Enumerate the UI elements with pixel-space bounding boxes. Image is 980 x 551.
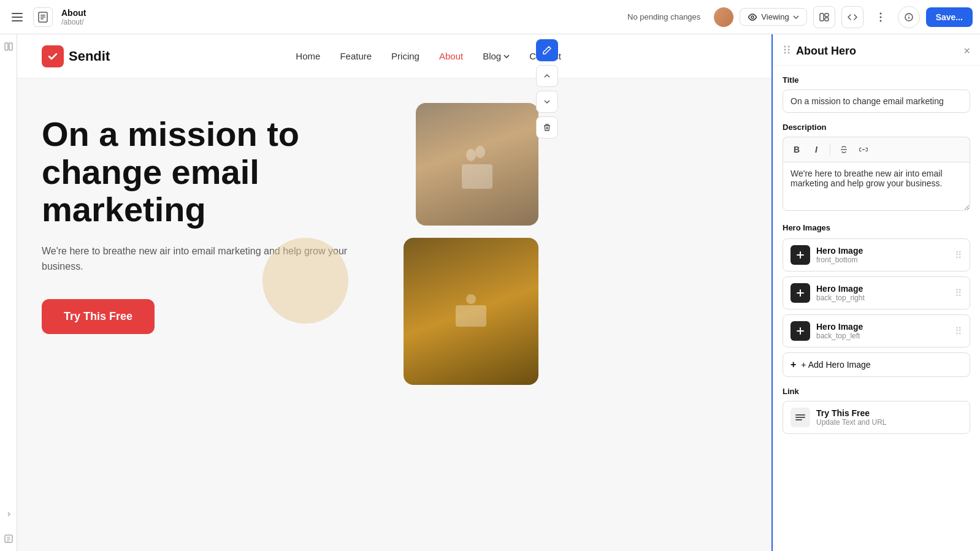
page-info: About /about/ — [61, 8, 86, 26]
link-sub: Update Text and URL — [816, 418, 962, 427]
more-options-button[interactable] — [870, 6, 892, 28]
edit-mode-button[interactable] — [536, 39, 558, 61]
nav-links: Home Feature Pricing About Blog Contact — [296, 51, 561, 61]
svg-rect-34 — [795, 414, 805, 416]
svg-rect-21 — [7, 539, 10, 539]
svg-rect-1 — [12, 17, 23, 18]
hero-image-add-1[interactable] — [791, 245, 810, 265]
link-icon-box — [791, 408, 810, 427]
hero-title: On a mission to change email marketing — [42, 115, 348, 229]
link-info: Try This Free Update Text and URL — [816, 408, 962, 427]
menu-icon[interactable] — [7, 7, 27, 27]
hero-image-info-1: Hero Image front_bottom — [816, 246, 949, 264]
hero-cta-button[interactable]: Try This Free — [42, 299, 155, 334]
hero-image-item-3: Hero Image back_top_left ⠿ — [783, 314, 970, 348]
document-icon[interactable] — [33, 7, 53, 27]
svg-point-31 — [788, 49, 790, 51]
sidebar-toggle[interactable] — [1, 39, 16, 54]
svg-rect-5 — [40, 17, 45, 18]
hero-image-top — [416, 103, 538, 226]
link-name: Try This Free — [816, 408, 962, 418]
hero-image-sub-3: back_top_left — [816, 332, 949, 340]
description-textarea[interactable] — [783, 162, 970, 211]
hero-images-container — [404, 103, 563, 385]
link-item: Try This Free Update Text and URL — [783, 401, 970, 434]
title-field-label: Title — [783, 75, 970, 85]
title-input[interactable] — [783, 89, 970, 113]
svg-point-7 — [751, 16, 754, 18]
svg-point-16 — [908, 15, 909, 16]
hero-image-item-2: Hero Image back_top_right ⠿ — [783, 276, 970, 310]
save-button[interactable]: Save... — [926, 7, 973, 27]
hero-image-add-2[interactable] — [791, 283, 810, 303]
nav-link-blog[interactable]: Blog — [483, 51, 510, 61]
panel-close-button[interactable]: × — [963, 45, 970, 58]
link-label: Link — [783, 387, 970, 396]
svg-rect-2 — [12, 20, 23, 21]
canvas-area: Sendit Home Feature Pricing About Blog C… — [17, 34, 771, 551]
logo: Sendit — [42, 45, 110, 67]
panel-title: About Hero — [796, 45, 856, 58]
website-preview: Sendit Home Feature Pricing About Blog C… — [17, 34, 771, 551]
svg-rect-0 — [12, 13, 23, 14]
logo-icon — [42, 45, 64, 67]
hero-image-item-1: Hero Image front_bottom ⠿ — [783, 238, 970, 272]
hero-image-name-1: Hero Image — [816, 246, 949, 256]
hero-image-drag-3[interactable]: ⠿ — [955, 325, 962, 337]
svg-rect-36 — [795, 419, 802, 420]
nav-link-home[interactable]: Home — [296, 51, 320, 61]
left-sidebar — [0, 34, 17, 551]
svg-rect-25 — [462, 164, 492, 189]
layout-icon-button[interactable] — [813, 6, 835, 28]
sidebar-arrow[interactable] — [1, 507, 16, 522]
nav-link-feature[interactable]: Feature — [340, 51, 372, 61]
delete-section-button[interactable] — [536, 116, 558, 139]
hero-image-sub-1: front_bottom — [816, 256, 949, 264]
move-down-button[interactable] — [536, 91, 558, 113]
svg-point-33 — [788, 52, 790, 54]
move-up-button[interactable] — [536, 65, 558, 87]
add-hero-image-button[interactable]: + + Add Hero Image — [783, 352, 970, 377]
description-field-label: Description — [783, 123, 970, 132]
bold-button[interactable]: B — [788, 141, 805, 158]
panel-body: Title Description B I — [773, 66, 980, 444]
avatar — [714, 7, 733, 27]
code-icon-button[interactable] — [841, 6, 863, 28]
nav-link-pricing[interactable]: Pricing — [391, 51, 419, 61]
svg-rect-20 — [7, 537, 10, 538]
pending-status: No pending changes — [627, 12, 700, 21]
hero-image-drag-2[interactable]: ⠿ — [955, 287, 962, 299]
svg-rect-8 — [820, 13, 824, 21]
svg-point-12 — [879, 16, 881, 18]
page-path: /about/ — [61, 18, 86, 26]
svg-point-32 — [784, 52, 786, 54]
svg-point-23 — [466, 149, 476, 161]
hero-image-name-3: Hero Image — [816, 322, 949, 332]
hero-image-drag-1[interactable]: ⠿ — [955, 249, 962, 261]
info-icon-button[interactable] — [898, 6, 920, 28]
hero-image-info-2: Hero Image back_top_right — [816, 284, 949, 302]
italic-button[interactable]: I — [808, 141, 825, 158]
main-layout: Sendit Home Feature Pricing About Blog C… — [0, 34, 980, 551]
right-panel: About Hero × Title Description B I — [771, 34, 980, 551]
panel-header: About Hero × — [773, 34, 980, 66]
nav-link-about[interactable]: About — [439, 51, 463, 61]
strikethrough-button[interactable] — [835, 141, 852, 158]
svg-rect-10 — [825, 18, 829, 21]
svg-rect-6 — [40, 18, 44, 20]
svg-rect-35 — [795, 417, 805, 418]
link-button[interactable] — [855, 141, 872, 158]
svg-rect-22 — [7, 541, 9, 541]
panel-drag-handle[interactable] — [783, 44, 791, 58]
svg-point-30 — [784, 49, 786, 51]
hero-image-add-3[interactable] — [791, 321, 810, 341]
svg-rect-4 — [40, 15, 45, 16]
panel-header-left: About Hero — [783, 44, 856, 58]
sidebar-pages-icon[interactable] — [1, 531, 16, 546]
svg-point-11 — [879, 12, 881, 14]
viewing-button[interactable]: Viewing — [740, 8, 806, 26]
preview-nav: Sendit Home Feature Pricing About Blog C… — [17, 34, 771, 78]
svg-rect-26 — [456, 305, 486, 327]
svg-point-24 — [475, 146, 485, 158]
svg-rect-18 — [9, 43, 12, 50]
